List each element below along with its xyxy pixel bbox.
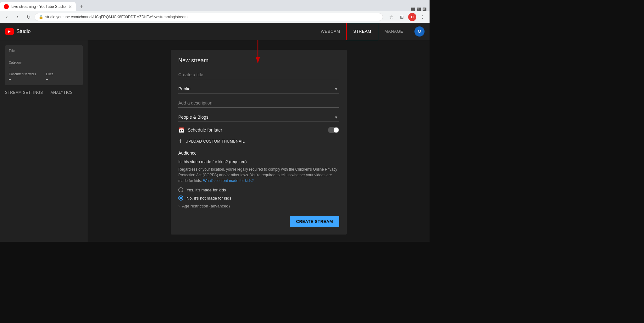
description-input[interactable] bbox=[178, 99, 339, 108]
left-panel: Title – Category – Concurrent viewers – … bbox=[0, 40, 88, 242]
bookmark-icon[interactable]: ☆ bbox=[387, 13, 396, 21]
age-restriction-chevron-icon: › bbox=[178, 204, 180, 208]
close-window-button[interactable]: ✕ bbox=[423, 8, 426, 11]
visibility-select[interactable]: Public Unlisted Private bbox=[178, 84, 339, 94]
user-avatar[interactable]: О bbox=[414, 26, 425, 37]
address-bar[interactable]: 🔒 studio.youtube.com/channel/UCgFRQMJCK8… bbox=[35, 13, 383, 21]
close-tab-button[interactable]: ✕ bbox=[68, 4, 72, 9]
radio-yes-text: Yes, it's made for kids bbox=[186, 188, 226, 192]
back-button[interactable]: ‹ bbox=[3, 13, 11, 21]
browser-nav-right: ☆ ⊞ О ⋮ bbox=[387, 13, 427, 21]
sub-tabs: STREAM SETTINGS ANALYTICS bbox=[5, 90, 83, 96]
studio-logo-text: Studio bbox=[16, 29, 31, 34]
stream-settings-tab[interactable]: STREAM SETTINGS bbox=[5, 90, 43, 96]
audience-description: Regardless of your location, you're lega… bbox=[178, 167, 339, 184]
schedule-row: 📅 Schedule for later bbox=[178, 127, 339, 133]
new-stream-form: New stream Public Unlisted Private ▼ bbox=[171, 50, 347, 235]
url-text: studio.youtube.com/channel/UCgFRQMJCK8E0… bbox=[45, 15, 187, 19]
youtube-studio-app: Studio WEBCAM STREAM MANAGE О Title – Ca… bbox=[0, 23, 430, 242]
calendar-icon: 📅 bbox=[178, 127, 185, 133]
audience-question: Is this video made for kids? (required) bbox=[178, 159, 339, 164]
radio-yes-label[interactable]: Yes, it's made for kids bbox=[178, 187, 339, 192]
annotation-arrow bbox=[245, 40, 270, 67]
radio-yes-circle bbox=[178, 187, 183, 192]
extensions-icon[interactable]: ⊞ bbox=[397, 13, 406, 21]
tab-title: Live streaming - YouTube Studio bbox=[11, 4, 66, 9]
top-navigation: Studio WEBCAM STREAM MANAGE О bbox=[0, 23, 430, 40]
age-restriction-label: Age restriction (advanced) bbox=[182, 204, 230, 208]
description-input-group bbox=[178, 99, 339, 108]
new-tab-button[interactable]: + bbox=[77, 3, 86, 11]
browser-nav-bar: ‹ › ↻ 🔒 studio.youtube.com/channel/UCgFR… bbox=[0, 11, 430, 23]
audience-section-title: Audience bbox=[178, 150, 339, 156]
radio-no-text: No, it's not made for kids bbox=[186, 196, 231, 201]
radio-group-kids: Yes, it's made for kids No, it's not mad… bbox=[178, 187, 339, 201]
upload-thumbnail-label: UPLOAD CUSTOM THUMBNAIL bbox=[186, 139, 245, 144]
tab-favicon bbox=[4, 4, 9, 9]
tab-bar: Live streaming - YouTube Studio ✕ + ─ □ … bbox=[0, 0, 430, 11]
stream-tab[interactable]: STREAM bbox=[346, 23, 378, 40]
minimize-button[interactable]: ─ bbox=[411, 8, 415, 11]
schedule-label: Schedule for later bbox=[188, 128, 328, 133]
toggle-knob bbox=[334, 128, 339, 133]
maximize-button[interactable]: □ bbox=[417, 8, 421, 11]
form-actions: CREATE STREAM bbox=[178, 216, 339, 227]
ssl-lock-icon: 🔒 bbox=[39, 15, 43, 19]
radio-no-label[interactable]: No, it's not made for kids bbox=[178, 196, 339, 201]
category-select[interactable]: People & Blogs Gaming Music Entertainmen… bbox=[178, 113, 339, 122]
youtube-logo-icon bbox=[5, 28, 14, 35]
title-label: Title bbox=[9, 49, 79, 53]
menu-dots-icon[interactable]: ⋮ bbox=[418, 13, 427, 21]
concurrent-viewers: Concurrent viewers – bbox=[9, 72, 36, 82]
active-tab[interactable]: Live streaming - YouTube Studio ✕ bbox=[0, 2, 76, 11]
center-content: New stream Public Unlisted Private ▼ bbox=[88, 40, 430, 242]
browser-chrome: Live streaming - YouTube Studio ✕ + ─ □ … bbox=[0, 0, 430, 23]
radio-no-circle bbox=[178, 196, 183, 201]
category-value: – bbox=[9, 65, 79, 70]
likes-count: Likes – bbox=[46, 72, 53, 82]
main-area: Title – Category – Concurrent viewers – … bbox=[0, 40, 430, 242]
age-restriction-row[interactable]: › Age restriction (advanced) bbox=[178, 204, 339, 208]
create-stream-button[interactable]: CREATE STREAM bbox=[290, 216, 339, 227]
stats-row: Concurrent viewers – Likes – bbox=[9, 72, 79, 82]
title-input-group bbox=[178, 70, 339, 79]
visibility-select-group: Public Unlisted Private ▼ bbox=[178, 84, 339, 94]
category-label: Category bbox=[9, 61, 79, 64]
logo-area: Studio bbox=[5, 28, 31, 35]
analytics-tab[interactable]: ANALYTICS bbox=[51, 90, 73, 96]
nav-tabs: WEBCAM STREAM MANAGE bbox=[314, 23, 409, 40]
upload-icon: ⬆ bbox=[178, 138, 182, 144]
refresh-button[interactable]: ↻ bbox=[24, 13, 33, 21]
webcam-tab[interactable]: WEBCAM bbox=[314, 23, 347, 40]
coppa-link[interactable]: What's content made for kids? bbox=[203, 178, 254, 183]
title-value: – bbox=[9, 54, 79, 58]
stream-info-card: Title – Category – Concurrent viewers – … bbox=[5, 45, 83, 85]
browser-profile-button[interactable]: О bbox=[408, 13, 416, 21]
schedule-toggle[interactable] bbox=[328, 127, 339, 133]
upload-thumbnail-row[interactable]: ⬆ UPLOAD CUSTOM THUMBNAIL bbox=[178, 138, 339, 144]
stream-title-input[interactable] bbox=[178, 70, 339, 79]
category-select-group: People & Blogs Gaming Music Entertainmen… bbox=[178, 113, 339, 122]
manage-tab[interactable]: MANAGE bbox=[378, 23, 409, 40]
forward-button[interactable]: › bbox=[13, 13, 22, 21]
